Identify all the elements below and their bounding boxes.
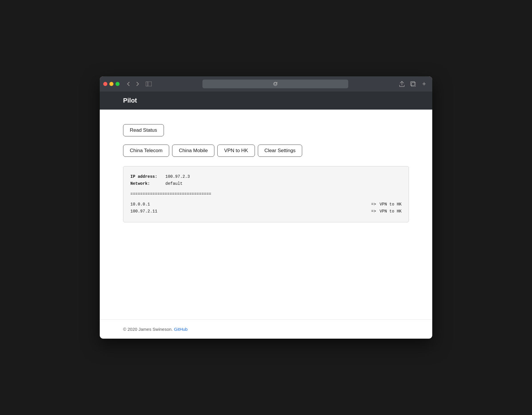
svg-rect-2 (411, 82, 415, 86)
copyright-text: © 2020 James Swineson. (123, 327, 173, 332)
minimize-button[interactable] (109, 82, 113, 86)
back-button[interactable] (124, 80, 132, 88)
china-telecom-button[interactable]: China Telecom (123, 145, 169, 157)
vpn-to-hk-button[interactable]: VPN to HK (217, 145, 255, 157)
network-buttons-row: China Telecom China Mobile VPN to HK Cle… (123, 145, 409, 157)
ip-value: 100.97.2.3 (165, 173, 190, 180)
add-tab-icon: + (422, 80, 426, 88)
china-mobile-button[interactable]: China Mobile (172, 145, 214, 157)
route-dest-2: VPN to HK (379, 208, 402, 215)
sidebar-toggle-button[interactable] (144, 79, 153, 89)
route-arrow-1: => (353, 201, 376, 208)
nav-buttons (124, 80, 142, 88)
reload-button[interactable] (272, 80, 279, 87)
status-divider: ================================= (130, 191, 402, 198)
clear-settings-button[interactable]: Clear Settings (258, 145, 302, 157)
network-value: default (165, 180, 183, 187)
share-button[interactable] (397, 79, 407, 89)
read-status-button[interactable]: Read Status (123, 124, 164, 136)
traffic-lights (103, 82, 120, 86)
svg-rect-1 (146, 82, 152, 86)
add-tab-button[interactable]: + (419, 79, 429, 89)
title-bar: + (100, 76, 432, 92)
maximize-button[interactable] (116, 82, 120, 86)
toolbar-right: + (397, 79, 429, 89)
ip-line: IP address: 100.97.2.3 (130, 173, 402, 180)
svg-rect-3 (412, 82, 416, 87)
browser-window: + Pilot Read Status China Telecom China … (100, 76, 432, 339)
route-ip-2: 100.97.2.11 (130, 208, 189, 215)
page-content: Read Status China Telecom China Mobile V… (100, 110, 432, 319)
route-arrow-2: => (353, 208, 376, 215)
route-dest-1: VPN to HK (379, 201, 402, 208)
route-ip-1: 10.0.0.1 (130, 201, 189, 208)
ip-label: IP address: (130, 173, 165, 180)
route-row-2: 100.97.2.11 => VPN to HK (130, 208, 402, 215)
address-bar[interactable] (202, 80, 348, 88)
app-header: Pilot (100, 92, 432, 110)
close-button[interactable] (103, 82, 107, 86)
app-title: Pilot (123, 97, 137, 104)
address-bar-container (158, 80, 393, 88)
route-row-1: 10.0.0.1 => VPN to HK (130, 201, 402, 208)
tabs-button[interactable] (408, 79, 418, 89)
forward-button[interactable] (134, 80, 142, 88)
read-status-row: Read Status (123, 124, 409, 136)
status-box: IP address: 100.97.2.3 Network: default … (123, 166, 409, 222)
svg-rect-0 (146, 82, 148, 86)
network-label: Network: (130, 180, 165, 187)
github-link[interactable]: GitHub (174, 327, 188, 332)
network-line: Network: default (130, 180, 402, 187)
page-footer: © 2020 James Swineson. GitHub (100, 319, 432, 339)
